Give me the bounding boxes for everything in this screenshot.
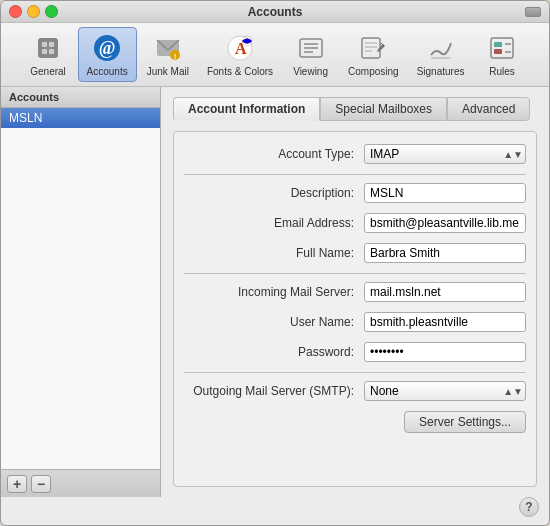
- general-icon: [32, 32, 64, 64]
- sidebar-list: MSLN: [1, 108, 160, 469]
- window-title: Accounts: [248, 5, 303, 19]
- sidebar-header: Accounts: [1, 87, 160, 108]
- signatures-icon: [425, 32, 457, 64]
- minimize-button[interactable]: [27, 5, 40, 18]
- tab-advanced[interactable]: Advanced: [447, 97, 530, 121]
- svg-rect-1: [42, 42, 47, 47]
- maximize-button[interactable]: [45, 5, 58, 18]
- email-label: Email Address:: [184, 216, 364, 230]
- fullname-group: Full Name:: [184, 243, 526, 263]
- email-group: Email Address:: [184, 213, 526, 233]
- detail-panel: Account Information Special Mailboxes Ad…: [161, 87, 549, 497]
- remove-account-button[interactable]: −: [31, 475, 51, 493]
- viewing-icon: [295, 32, 327, 64]
- account-type-select-wrap: IMAP POP Exchange ▲▼: [364, 144, 526, 164]
- password-label: Password:: [184, 345, 364, 359]
- incoming-server-input[interactable]: [364, 282, 526, 302]
- divider-2: [184, 273, 526, 274]
- outgoing-server-select[interactable]: None smtp.msln.net: [364, 381, 526, 401]
- description-input[interactable]: [364, 183, 526, 203]
- close-button[interactable]: [9, 5, 22, 18]
- toolbar-item-composing[interactable]: Composing: [340, 28, 407, 81]
- username-group: User Name:: [184, 312, 526, 332]
- description-label: Description:: [184, 186, 364, 200]
- general-label: General: [30, 66, 66, 77]
- outgoing-server-select-wrap: None smtp.msln.net ▲▼: [364, 381, 526, 401]
- rules-icon: [486, 32, 518, 64]
- fullname-label: Full Name:: [184, 246, 364, 260]
- toolbar-item-signatures[interactable]: Signatures: [409, 28, 473, 81]
- composing-label: Composing: [348, 66, 399, 77]
- toolbar-item-general[interactable]: General: [21, 28, 76, 81]
- tab-special-mailboxes[interactable]: Special Mailboxes: [320, 97, 447, 121]
- sidebar: Accounts MSLN + −: [1, 87, 161, 497]
- main-window: Accounts General @: [0, 0, 550, 526]
- tab-bar: Account Information Special Mailboxes Ad…: [173, 97, 537, 121]
- svg-rect-24: [494, 49, 502, 54]
- fullname-input[interactable]: [364, 243, 526, 263]
- incoming-server-label: Incoming Mail Server:: [184, 285, 364, 299]
- toolbar-item-rules[interactable]: Rules: [474, 28, 529, 81]
- rules-label: Rules: [489, 66, 515, 77]
- svg-rect-3: [42, 49, 47, 54]
- svg-rect-0: [38, 38, 58, 58]
- account-type-label: Account Type:: [184, 147, 364, 161]
- svg-rect-17: [362, 38, 380, 58]
- outgoing-server-group: Outgoing Mail Server (SMTP): None smtp.m…: [184, 381, 526, 401]
- tab-account-info[interactable]: Account Information: [173, 97, 320, 121]
- svg-rect-4: [49, 49, 54, 54]
- toolbar: General @ Accounts ! Junk Mail: [1, 23, 549, 87]
- incoming-server-group: Incoming Mail Server:: [184, 282, 526, 302]
- toolbar-item-fonts[interactable]: A Fonts & Colors: [199, 28, 281, 81]
- description-group: Description:: [184, 183, 526, 203]
- main-content: Accounts MSLN + − Account Information Sp…: [1, 87, 549, 497]
- signatures-label: Signatures: [417, 66, 465, 77]
- server-settings-btn-wrap: Server Settings...: [184, 411, 526, 433]
- account-type-select[interactable]: IMAP POP Exchange: [364, 144, 526, 164]
- help-button[interactable]: ?: [519, 497, 539, 517]
- account-type-group: Account Type: IMAP POP Exchange ▲▼: [184, 144, 526, 164]
- add-account-button[interactable]: +: [7, 475, 27, 493]
- username-input[interactable]: [364, 312, 526, 332]
- toolbar-item-accounts[interactable]: @ Accounts: [78, 27, 137, 82]
- divider-1: [184, 174, 526, 175]
- svg-text:@: @: [99, 38, 116, 58]
- junkmail-label: Junk Mail: [147, 66, 189, 77]
- svg-text:!: !: [173, 52, 176, 61]
- svg-rect-23: [494, 42, 502, 47]
- svg-rect-22: [491, 38, 513, 58]
- toolbar-item-junkmail[interactable]: ! Junk Mail: [139, 28, 197, 81]
- fonts-label: Fonts & Colors: [207, 66, 273, 77]
- junkmail-icon: !: [152, 32, 184, 64]
- outgoing-server-label: Outgoing Mail Server (SMTP):: [184, 384, 364, 398]
- accounts-label: Accounts: [87, 66, 128, 77]
- server-settings-button[interactable]: Server Settings...: [404, 411, 526, 433]
- username-label: User Name:: [184, 315, 364, 329]
- divider-3: [184, 372, 526, 373]
- titlebar: Accounts: [1, 1, 549, 23]
- svg-rect-2: [49, 42, 54, 47]
- form-area: Account Type: IMAP POP Exchange ▲▼ Descr…: [173, 131, 537, 487]
- sidebar-item-msln[interactable]: MSLN: [1, 108, 160, 128]
- password-group: Password:: [184, 342, 526, 362]
- bottom-bar: ?: [1, 497, 549, 525]
- window-controls: [9, 5, 58, 18]
- password-input[interactable]: [364, 342, 526, 362]
- viewing-label: Viewing: [293, 66, 328, 77]
- accounts-icon: @: [91, 32, 123, 64]
- fonts-icon: A: [224, 32, 256, 64]
- sidebar-footer: + −: [1, 469, 160, 497]
- composing-icon: [357, 32, 389, 64]
- email-input[interactable]: [364, 213, 526, 233]
- toolbar-item-viewing[interactable]: Viewing: [283, 28, 338, 81]
- collapse-button[interactable]: [525, 7, 541, 17]
